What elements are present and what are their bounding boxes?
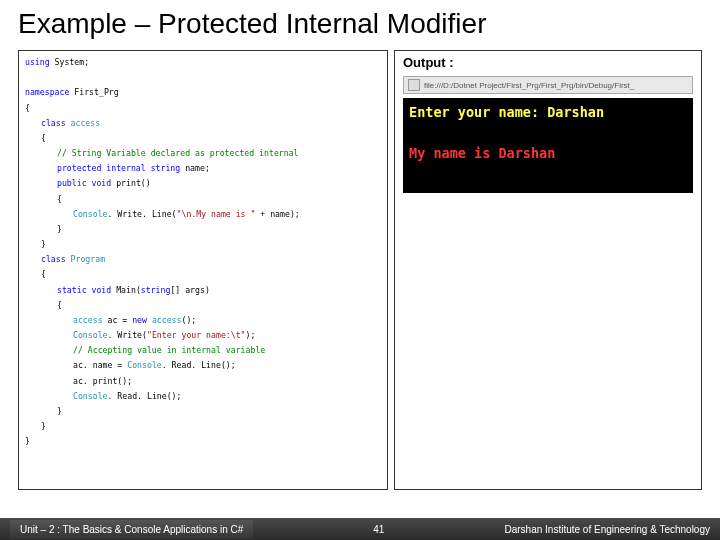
brace: { — [25, 192, 381, 207]
kw: new — [132, 315, 147, 325]
comment: // Accepting value in internal variable — [73, 345, 265, 355]
kw: static void — [57, 285, 111, 295]
brace: { — [25, 101, 381, 116]
brace: } — [25, 222, 381, 237]
kw-class: class — [41, 118, 66, 128]
txt: . Read. Line(); — [108, 391, 182, 401]
content-area: using System; namespace First_Prg { clas… — [0, 50, 720, 490]
output-label: Output : — [403, 55, 693, 70]
slide-title: Example – Protected Internal Modifier — [0, 0, 720, 50]
cls-program: Program — [66, 254, 105, 264]
brace: { — [25, 267, 381, 282]
console-prompt: Enter your name: — [409, 104, 547, 120]
txt: ac. name = — [73, 360, 127, 370]
cls: Console — [73, 391, 108, 401]
str: "\n.My name is " — [177, 209, 256, 219]
txt: . Write. Line( — [108, 209, 177, 219]
cls: Console — [73, 330, 108, 340]
kw-class: class — [41, 254, 66, 264]
txt: ac. print(); — [73, 376, 132, 386]
console-value: Darshan — [498, 145, 555, 161]
brace: { — [25, 131, 381, 146]
brace: } — [25, 419, 381, 434]
cls: access — [73, 315, 103, 325]
txt: First_Prg — [69, 87, 118, 97]
console-input: Darshan — [547, 104, 604, 120]
kw: string — [141, 285, 171, 295]
cls: access — [147, 315, 182, 325]
txt: + name); — [255, 209, 299, 219]
brace: { — [25, 298, 381, 313]
code-panel: using System; namespace First_Prg { clas… — [18, 50, 388, 490]
kw-namespace: namespace — [25, 87, 69, 97]
footer: Unit – 2 : The Basics & Console Applicat… — [0, 518, 720, 540]
console-text: My name is — [409, 145, 498, 161]
cls: Console — [73, 209, 108, 219]
txt: [] args) — [170, 285, 209, 295]
footer-page: 41 — [253, 524, 504, 535]
kw: public void — [57, 178, 111, 188]
brace: } — [25, 434, 381, 449]
cls-access: access — [66, 118, 101, 128]
txt: ); — [246, 330, 256, 340]
txt: . Write( — [108, 330, 147, 340]
kw: protected internal string — [57, 163, 180, 173]
txt: name; — [180, 163, 210, 173]
txt: System; — [50, 57, 89, 67]
txt: . Read. Line(); — [162, 360, 236, 370]
txt: (); — [181, 315, 196, 325]
url-text: file:///D:/Dotnet Project/First_Prg/Firs… — [424, 81, 634, 90]
footer-left: Unit – 2 : The Basics & Console Applicat… — [10, 520, 253, 539]
txt: Main( — [111, 285, 141, 295]
file-icon — [408, 79, 420, 91]
txt: print() — [111, 178, 150, 188]
footer-right: Darshan Institute of Engineering & Techn… — [504, 524, 710, 535]
txt: ac = — [103, 315, 133, 325]
brace: } — [25, 404, 381, 419]
comment: // String Variable declared as protected… — [57, 148, 299, 158]
output-panel: Output : file:///D:/Dotnet Project/First… — [394, 50, 702, 490]
brace: } — [25, 237, 381, 252]
str: "Enter your name:\t" — [147, 330, 246, 340]
kw-using: using — [25, 57, 50, 67]
console-output: Enter your name: Darshan My name is Dars… — [403, 98, 693, 193]
cls: Console — [127, 360, 162, 370]
url-bar: file:///D:/Dotnet Project/First_Prg/Firs… — [403, 76, 693, 94]
